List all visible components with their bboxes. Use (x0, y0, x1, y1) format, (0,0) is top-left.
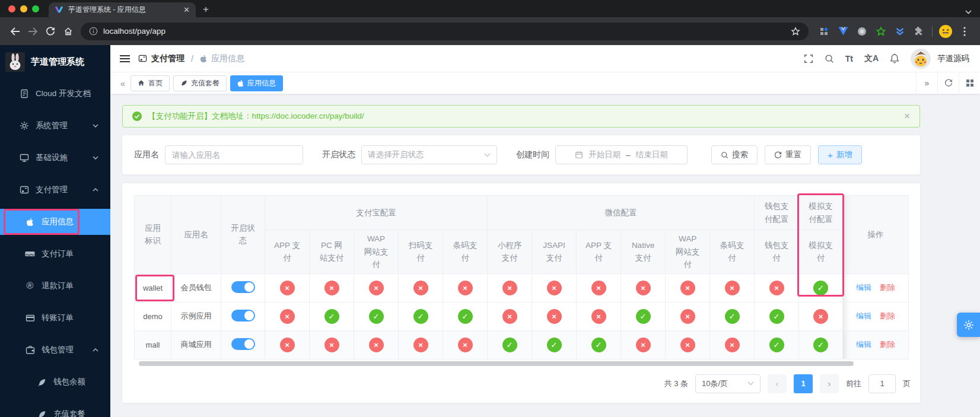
alert-close-icon[interactable]: × (904, 110, 910, 122)
site-info-icon[interactable] (89, 27, 98, 36)
enabled-toggle[interactable] (231, 310, 255, 321)
cross-circle-icon: × (725, 338, 740, 352)
app-name-input[interactable] (166, 146, 302, 164)
tag-app-info[interactable]: 应用信息 (230, 75, 283, 91)
channel-status-cell: × (354, 330, 399, 359)
search-button[interactable]: 搜索 (711, 145, 758, 164)
actions-cell: 编辑删除 (843, 273, 909, 302)
cross-circle-icon: × (502, 309, 517, 324)
bookmark-star-icon[interactable] (791, 27, 800, 36)
sidebar-item-system[interactable]: 系统管理 (0, 113, 110, 139)
sidebar-item-cloud-docs[interactable]: Cloud 开发文档 (0, 81, 110, 107)
layout-grid-icon[interactable] (959, 72, 980, 94)
tags-scroll-right-icon[interactable]: » (916, 72, 937, 94)
goto-page-input[interactable] (868, 374, 896, 393)
tag-recharge-packages[interactable]: 充值套餐 (173, 75, 227, 91)
sidebar-item-payment[interactable]: 支付管理 (0, 177, 110, 203)
notification-bell-icon[interactable] (890, 53, 899, 63)
delete-link[interactable]: 删除 (880, 340, 895, 349)
tab-title: 芋道管理系统 - 应用信息 (68, 5, 179, 15)
sidebar-item-refund-orders[interactable]: ® 退款订单 (0, 273, 110, 299)
leaf-icon (37, 378, 47, 387)
toolbar-divider (932, 26, 933, 37)
fullscreen-icon[interactable] (804, 54, 813, 63)
leaf-icon (37, 410, 47, 417)
address-bar[interactable]: localhost/pay/app (81, 23, 809, 40)
sidebar-item-transfer-orders[interactable]: 转账订单 (0, 305, 110, 331)
next-page-button[interactable]: › (820, 374, 839, 393)
home-icon[interactable] (59, 23, 77, 40)
enabled-toggle[interactable] (231, 281, 255, 293)
prev-page-button[interactable]: ‹ (768, 374, 787, 393)
page-size-select[interactable]: 10条/页 (695, 374, 761, 393)
edit-link[interactable]: 编辑 (856, 340, 871, 349)
channel-status-cell: × (755, 273, 799, 302)
date-end-placeholder: 结束日期 (636, 149, 668, 160)
refresh-icon[interactable] (937, 72, 959, 94)
forward-icon[interactable] (24, 23, 42, 40)
minimize-window-button[interactable] (20, 5, 27, 12)
sidebar-item-wallet-balance[interactable]: 钱包余额 (0, 369, 110, 395)
col-header-alipay-qr: 扫码支付 (399, 230, 443, 274)
browser-menu-icon[interactable] (957, 24, 972, 39)
tag-home[interactable]: 首页 (131, 75, 170, 91)
delete-link[interactable]: 删除 (880, 283, 895, 292)
font-size-icon[interactable]: Tt (845, 54, 853, 63)
group-header-mock: 模拟支付配置 (799, 196, 843, 230)
channel-status-cell: × (265, 273, 310, 302)
add-button[interactable]: + 新增 (818, 145, 862, 164)
extension-double-chevron-icon[interactable] (892, 24, 908, 39)
edit-link[interactable]: 编辑 (856, 311, 871, 320)
language-icon[interactable]: 文A (864, 53, 879, 64)
new-tab-button[interactable]: + (203, 4, 209, 15)
sidebar-logo[interactable]: 芋道管理系统 (0, 45, 110, 74)
sidebar-item-wallet-mgmt[interactable]: 钱包管理 (0, 337, 110, 363)
reset-button-label: 重置 (785, 149, 801, 160)
current-page-button[interactable]: 1 (794, 374, 813, 393)
col-header-wallet-pay: 钱包支付 (755, 230, 799, 274)
tab-close-icon[interactable]: ✕ (183, 5, 190, 14)
edit-link[interactable]: 编辑 (856, 283, 871, 292)
breadcrumb-parent[interactable]: 支付管理 (151, 53, 184, 64)
browser-tab[interactable]: 芋道管理系统 - 应用信息 ✕ (49, 2, 196, 17)
tab-search-icon[interactable] (965, 10, 972, 14)
extension-disc-icon[interactable] (854, 24, 870, 39)
profile-avatar-icon[interactable] (938, 24, 953, 39)
sidebar-item-label: 充值套餐 (53, 409, 85, 417)
reload-icon[interactable] (42, 23, 59, 40)
enabled-toggle[interactable] (231, 338, 255, 350)
favicon-icon (55, 5, 63, 14)
status-select[interactable]: 请选择开启状态 (361, 145, 497, 164)
sidebar-item-app-info[interactable]: 应用信息 (0, 209, 110, 235)
extension-vue-devtools-icon[interactable] (835, 24, 851, 39)
extension-green-star-icon[interactable] (873, 24, 889, 39)
status-cell (221, 302, 265, 330)
close-window-button[interactable] (8, 5, 15, 12)
maximize-window-button[interactable] (32, 5, 39, 12)
actions-cell: 编辑删除 (843, 330, 909, 359)
channel-status-cell: × (799, 302, 843, 330)
check-circle-icon: ✓ (636, 309, 651, 324)
date-range-picker[interactable]: 开始日期 – 结束日期 (555, 145, 688, 164)
horizontal-scrollbar[interactable] (139, 361, 854, 366)
theme-settings-button[interactable] (957, 313, 980, 337)
sidebar-item-recharge-packages[interactable]: 充值套餐 (0, 401, 110, 417)
search-icon[interactable] (825, 54, 834, 63)
reset-button[interactable]: 重置 (765, 145, 811, 164)
delete-link[interactable]: 删除 (880, 311, 895, 320)
browser-toolbar: localhost/pay/app (0, 17, 980, 45)
user-avatar[interactable] (911, 49, 931, 69)
username-text[interactable]: 芋道源码 (937, 53, 969, 64)
sidebar: 芋道管理系统 Cloud 开发文档 系统管理 基础设施 支付管理 (0, 45, 110, 417)
sidebar-item-infra[interactable]: 基础设施 (0, 145, 110, 171)
hamburger-icon[interactable] (120, 55, 130, 63)
back-icon[interactable] (6, 23, 24, 40)
tags-scroll-left-icon[interactable]: « (115, 78, 131, 88)
cross-circle-icon: × (680, 338, 695, 352)
sidebar-item-pay-orders[interactable]: PayPal 支付订单 (0, 241, 110, 267)
calendar-icon (575, 151, 583, 159)
sidebar-item-label: 转账订单 (42, 313, 74, 323)
channel-status-cell: × (710, 273, 755, 302)
extensions-puzzle-icon[interactable] (911, 24, 927, 39)
extension-grid-icon[interactable] (816, 24, 832, 39)
